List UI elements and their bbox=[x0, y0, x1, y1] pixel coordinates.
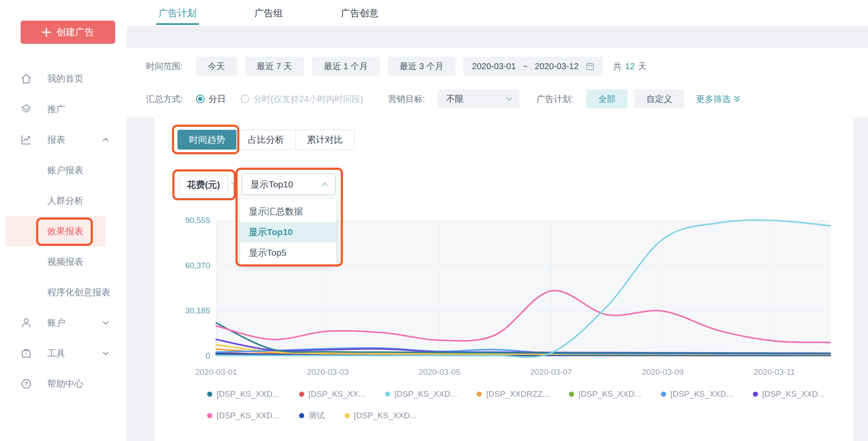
radio-daily-circle bbox=[196, 95, 205, 103]
create-ad-label: 创建广告 bbox=[56, 26, 94, 39]
sidebar-item-label: 程序化创意报表 bbox=[47, 286, 110, 298]
sidebar-item-reports[interactable]: 报表 bbox=[0, 124, 127, 155]
svg-text:2020-03-11: 2020-03-11 bbox=[754, 368, 795, 377]
sidebar-item-audience-analysis[interactable]: 人群分析 bbox=[0, 185, 127, 216]
radio-daily[interactable]: 分日 bbox=[196, 93, 226, 105]
ad-plan-all-button[interactable]: 全部 bbox=[586, 89, 627, 108]
sidebar-item-label: 效果报表 bbox=[47, 225, 83, 237]
quick-range-0[interactable]: 今天 bbox=[196, 57, 237, 76]
sidebar-item-label: 报表 bbox=[47, 134, 65, 146]
metric-label: 花费(元) bbox=[187, 179, 220, 191]
dropdown-option-2[interactable]: 显示Top5 bbox=[240, 242, 336, 263]
legend-dot-icon bbox=[207, 413, 212, 418]
sidebar-item-programmatic-creative-report[interactable]: 程序化创意报表 bbox=[0, 277, 127, 307]
quick-range-2[interactable]: 最近 1 个月 bbox=[312, 57, 380, 76]
sidebar-item-label: 帮助中心 bbox=[47, 378, 83, 390]
chart-view-switcher: 时间趋势占比分析累计对比 bbox=[177, 130, 355, 150]
date-range-picker[interactable]: 2020-03-01 ~ 2020-03-12 bbox=[463, 57, 602, 76]
legend-item-7[interactable]: [DSP_KS_XXD... bbox=[207, 410, 279, 421]
view-tab-share-analysis[interactable]: 占比分析 bbox=[236, 130, 296, 150]
total-days: 共 12 天 bbox=[613, 61, 647, 72]
metric-chevron-down-icon[interactable] bbox=[230, 181, 237, 185]
date-start: 2020-03-01 bbox=[472, 61, 516, 71]
legend-row: [DSP_KS_XXD...测试[DSP_KS_XXD... bbox=[207, 410, 825, 421]
double-chevron-down-icon bbox=[733, 95, 741, 102]
total-days-suffix: 天 bbox=[638, 61, 647, 72]
quick-range-group: 今天最近 7 天最近 1 个月最近 3 个月 bbox=[196, 57, 464, 76]
sidebar-item-effect-report[interactable]: 效果报表 bbox=[6, 216, 106, 246]
help-icon: ? bbox=[21, 378, 32, 389]
legend-label: 测试 bbox=[309, 410, 325, 421]
sidebar-item-help-center[interactable]: ?帮助中心 bbox=[0, 368, 127, 399]
chevron-down-icon bbox=[102, 349, 110, 357]
top-n-dropdown-menu: 显示汇总数据显示Top10显示Top5 bbox=[240, 199, 336, 266]
sidebar-item-tools[interactable]: 工具 bbox=[0, 338, 127, 368]
legend-dot-icon bbox=[299, 413, 304, 418]
view-tab-cumulative[interactable]: 累计对比 bbox=[295, 130, 355, 150]
sidebar: 创建广告 我的首页推广报表账户报表人群分析效果报表视频报表程序化创意报表账户工具… bbox=[0, 0, 127, 441]
home-icon bbox=[21, 73, 32, 84]
tab-ad-group[interactable]: 广告组 bbox=[254, 0, 283, 27]
total-days-value: 12 bbox=[625, 61, 635, 71]
effect-report-page: 创建广告 我的首页推广报表账户报表人群分析效果报表视频报表程序化创意报表账户工具… bbox=[0, 0, 868, 441]
sidebar-item-label: 推广 bbox=[47, 103, 65, 115]
tab-ad-creative[interactable]: 广告创意 bbox=[341, 0, 379, 27]
svg-text:30,185: 30,185 bbox=[185, 306, 210, 315]
filter-panel: 时间范围: 今天最近 7 天最近 1 个月最近 3 个月 2020-03-01 … bbox=[127, 48, 868, 117]
more-filters-label: 更多筛选 bbox=[696, 93, 730, 105]
chart-legend: [DSP_KS_XXD...[DSP_KS_XX...[DSP_KS_XXD..… bbox=[207, 389, 825, 421]
more-filters-link[interactable]: 更多筛选 bbox=[696, 93, 741, 105]
user-icon bbox=[21, 317, 32, 328]
tab-ad-plan[interactable]: 广告计划 bbox=[159, 0, 196, 27]
create-ad-button[interactable]: 创建广告 bbox=[21, 21, 115, 44]
sidebar-item-promotion[interactable]: 推广 bbox=[0, 94, 127, 124]
quick-range-3[interactable]: 最近 3 个月 bbox=[388, 57, 455, 76]
legend-item-9[interactable]: [DSP_KS_XXD... bbox=[345, 410, 417, 421]
svg-text:2020-03-09: 2020-03-09 bbox=[642, 368, 684, 377]
quick-range-1[interactable]: 最近 7 天 bbox=[245, 57, 304, 76]
radio-hourly-circle bbox=[241, 95, 249, 103]
toolbox-icon bbox=[21, 348, 32, 359]
date-end: 2020-03-12 bbox=[535, 61, 578, 71]
ad-plan-custom-button[interactable]: 自定义 bbox=[634, 89, 684, 108]
sidebar-item-video-report[interactable]: 视频报表 bbox=[0, 246, 127, 277]
svg-text:0: 0 bbox=[205, 351, 210, 360]
sidebar-item-account[interactable]: 账户 bbox=[0, 307, 127, 338]
date-separator: ~ bbox=[523, 61, 528, 71]
time-range-row: 时间范围: 今天最近 7 天最近 1 个月最近 3 个月 2020-03-01 … bbox=[146, 57, 647, 76]
radio-hourly[interactable]: 分时(仅支持24小时内时间段) bbox=[241, 93, 364, 105]
sidebar-nav: 我的首页推广报表账户报表人群分析效果报表视频报表程序化创意报表账户工具?帮助中心 bbox=[0, 63, 127, 399]
dropdown-option-1[interactable]: 显示Top10 bbox=[240, 222, 336, 242]
svg-text:90,555: 90,555 bbox=[185, 216, 210, 225]
dropdown-option-0[interactable]: 显示汇总数据 bbox=[240, 201, 336, 222]
sidebar-item-label: 账户报表 bbox=[47, 164, 83, 176]
top-n-value: 显示Top10 bbox=[251, 178, 293, 190]
radio-hourly-label: 分时(仅支持24小时内时间段) bbox=[254, 93, 364, 105]
entity-tabbar: 广告计划广告组广告创意 bbox=[127, 0, 868, 27]
chevron-down-icon bbox=[506, 97, 513, 101]
marketing-goal-value: 不限 bbox=[446, 93, 464, 105]
marketing-goal-label: 营销目标: bbox=[388, 93, 425, 105]
svg-text:60,370: 60,370 bbox=[185, 261, 210, 270]
legend-label: [DSP_KS_XXD... bbox=[354, 411, 417, 420]
sidebar-item-label: 工具 bbox=[47, 347, 65, 359]
chart-icon bbox=[21, 134, 32, 145]
legend-dot-icon bbox=[345, 413, 350, 418]
top-n-select[interactable]: 显示Top10 bbox=[241, 174, 336, 195]
marketing-goal-select[interactable]: 不限 bbox=[438, 89, 520, 108]
sidebar-item-label: 人群分析 bbox=[47, 195, 83, 207]
svg-text:?: ? bbox=[24, 380, 28, 387]
chevron-down-icon bbox=[102, 319, 110, 327]
svg-text:2020-03-05: 2020-03-05 bbox=[419, 368, 460, 377]
metric-select[interactable]: 花费(元) bbox=[179, 175, 228, 195]
ad-plan-label: 广告计划: bbox=[537, 93, 574, 105]
sidebar-item-home[interactable]: 我的首页 bbox=[0, 63, 127, 94]
view-tab-time-trend[interactable]: 时间趋势 bbox=[177, 130, 237, 150]
time-range-label: 时间范围: bbox=[146, 61, 183, 72]
total-days-prefix: 共 bbox=[613, 61, 622, 72]
sidebar-item-account-report[interactable]: 账户报表 bbox=[0, 155, 127, 185]
sidebar-item-label: 我的首页 bbox=[47, 73, 83, 85]
svg-text:2020-03-03: 2020-03-03 bbox=[307, 368, 348, 377]
legend-item-8[interactable]: 测试 bbox=[299, 410, 325, 421]
radio-daily-label: 分日 bbox=[209, 93, 226, 105]
